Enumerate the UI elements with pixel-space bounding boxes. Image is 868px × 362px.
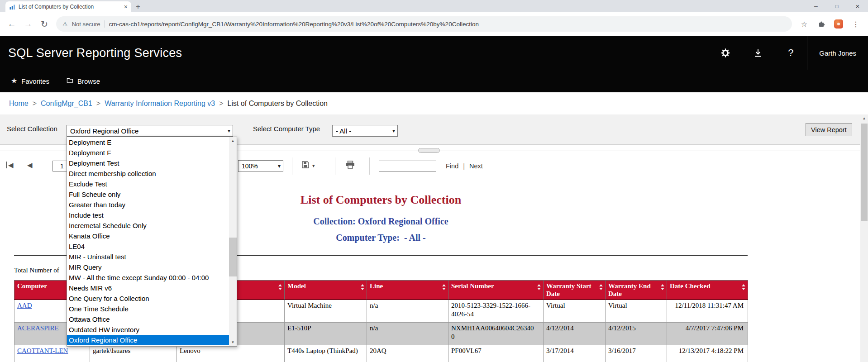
breadcrumb-separator: > — [96, 100, 100, 108]
select-computer-type-label: Select Computer Type — [253, 125, 320, 133]
dropdown-option[interactable]: Full Scheule only — [67, 189, 229, 200]
dropdown-option[interactable]: Needs MIR v6 — [67, 283, 229, 293]
dropdown-option[interactable]: Direct membership collection — [67, 168, 229, 179]
next-link[interactable]: Next — [469, 162, 483, 170]
scroll-down-icon[interactable]: ▼ — [229, 338, 237, 346]
find-next-separator: | — [463, 162, 465, 170]
computer-link[interactable]: AAD — [17, 302, 32, 309]
portal-nav: ★ Favorites Browse — [0, 70, 868, 92]
dropdown-scrollbar[interactable]: ▲ ▼ — [229, 137, 237, 346]
column-header-warranty-end[interactable]: Warranty End Date — [606, 281, 667, 300]
page-scrollbar[interactable]: ▲ — [860, 114, 868, 362]
favorites-star-icon: ★ — [11, 77, 17, 85]
dropdown-option[interactable]: Deployment E — [67, 137, 229, 148]
computer-type-select[interactable]: - All - ▾ — [332, 125, 398, 137]
scroll-up-icon[interactable]: ▲ — [860, 114, 868, 122]
back-button[interactable]: ← — [5, 17, 19, 31]
column-label: Model — [287, 282, 306, 290]
favorites-label: Favorites — [21, 77, 49, 85]
find-link[interactable]: Find — [446, 162, 458, 170]
line-cell: n/a — [367, 300, 448, 323]
toolbar-separator — [369, 157, 370, 175]
maximize-button[interactable]: □ — [826, 0, 847, 12]
minimize-button[interactable]: ─ — [806, 0, 826, 12]
bookmark-star-icon[interactable]: ☆ — [796, 17, 812, 31]
dropdown-option[interactable]: LE04 — [67, 241, 229, 252]
column-header-warranty-start[interactable]: Warranty Start Date — [544, 281, 606, 300]
dropdown-option[interactable]: Include test — [67, 210, 229, 220]
address-bar[interactable]: ⚠ Not secure cm-cas-cb1/reports/report/C… — [56, 16, 792, 32]
dropdown-option[interactable]: Kanata Office — [67, 231, 229, 241]
computer-cell: CAOTTANT-LEN — [14, 345, 90, 362]
breadcrumb-configmgr[interactable]: ConfigMgr_CB1 — [41, 100, 92, 108]
dropdown-option[interactable]: Incremetal Schedule Only — [67, 220, 229, 231]
computer-link[interactable]: CAOTTANT-LEN — [17, 347, 68, 354]
collection-select[interactable]: Oxford Regional Office ▾ — [67, 125, 233, 137]
dropdown-option[interactable]: MW - All the time except Sunday 00:00 - … — [67, 272, 229, 283]
column-header-model[interactable]: Model — [285, 281, 367, 300]
dropdown-scrollbar-thumb[interactable] — [229, 238, 237, 276]
dropdown-option[interactable]: Exclude Test — [67, 179, 229, 189]
dropdown-option-selected[interactable]: Oxford Regional Office — [67, 335, 229, 345]
previous-page-button[interactable]: ◀ — [27, 162, 33, 168]
refresh-button[interactable]: ↻ — [37, 17, 52, 31]
dropdown-option[interactable]: Greater than today — [67, 200, 229, 210]
tab-close-icon[interactable]: × — [124, 4, 128, 10]
column-header-date-checked[interactable]: Date Checked — [667, 281, 748, 300]
zoom-select[interactable]: 100% ▾ — [238, 160, 283, 172]
breadcrumb-separator: > — [33, 100, 37, 108]
settings-gear-icon[interactable] — [709, 36, 742, 70]
forward-button[interactable]: → — [21, 17, 35, 31]
sort-icon — [599, 284, 603, 290]
browse-label: Browse — [77, 77, 100, 85]
dropdown-option[interactable]: MIR Query — [67, 262, 229, 272]
breadcrumb-separator: > — [219, 100, 223, 108]
sort-icon — [361, 284, 365, 290]
extensions-puzzle-icon[interactable] — [814, 17, 829, 31]
new-tab-button[interactable]: + — [131, 1, 145, 12]
computer-link[interactable]: ACERASPIRE — [17, 324, 59, 332]
download-icon[interactable] — [742, 36, 774, 70]
dropdown-option[interactable]: Deployment F — [67, 148, 229, 158]
save-floppy-icon — [301, 161, 310, 171]
page-scrollbar-thumb[interactable] — [861, 124, 868, 221]
breadcrumb-home[interactable]: Home — [9, 100, 29, 108]
export-save-button[interactable]: ▾ — [301, 161, 315, 171]
dropdown-option[interactable]: MIR - Uninstall test — [67, 252, 229, 262]
favorites-nav-item[interactable]: ★ Favorites — [11, 77, 49, 85]
browser-menu-icon[interactable]: ⋮ — [848, 17, 863, 31]
dropdown-option[interactable]: One Query for a Collection — [67, 293, 229, 304]
dropdown-option[interactable]: One Time Schedule — [67, 304, 229, 314]
scroll-up-icon[interactable]: ▲ — [229, 137, 237, 145]
find-text-input[interactable] — [379, 161, 436, 171]
first-page-button[interactable]: ◀ — [6, 162, 14, 168]
browser-extension-icon[interactable] — [831, 17, 846, 31]
warranty-end-cell: 3/16/2017 — [606, 345, 667, 362]
user-name[interactable]: Garth Jones — [807, 36, 868, 70]
screen: List of Computers by Collection × + ─ □ … — [0, 0, 868, 362]
extension-badge — [834, 19, 843, 29]
help-icon[interactable]: ? — [774, 36, 807, 70]
view-report-button[interactable]: View Report — [806, 123, 852, 136]
browse-nav-item[interactable]: Browse — [67, 77, 100, 85]
dropdown-option[interactable]: Outdated HW inventory — [67, 324, 229, 335]
collection-dropdown-list: Deployment E Deployment F Deployment Tes… — [67, 137, 237, 347]
breadcrumb: Home > ConfigMgr_CB1 > Warranty Informat… — [0, 92, 868, 114]
breadcrumb-warranty-folder[interactable]: Warranty Information Reporting v3 — [105, 100, 215, 108]
computer-type-select-value: - All - — [336, 127, 390, 135]
column-header-serial[interactable]: Serial Number — [448, 281, 544, 300]
warranty-start-cell: Virtual — [544, 300, 606, 323]
print-button[interactable] — [346, 161, 355, 171]
browser-tab[interactable]: List of Computers by Collection × — [5, 1, 131, 12]
dropdown-option[interactable]: Deployment Test — [67, 158, 229, 168]
serial-cell: 2010-5123-3329-1522-1666-4026-54 — [448, 300, 544, 323]
sort-icon — [442, 284, 446, 290]
column-label: Serial Number — [451, 282, 494, 290]
line-cell: 20AQ — [367, 345, 448, 362]
close-window-button[interactable]: × — [847, 0, 868, 12]
dropdown-option[interactable]: Ottawa Office — [67, 314, 229, 324]
window-controls: ─ □ × — [806, 0, 868, 12]
column-header-line[interactable]: Line — [367, 281, 448, 300]
portal-header: SQL Server Reporting Services — [0, 36, 868, 70]
parameter-splitter-handle[interactable] — [418, 148, 440, 153]
